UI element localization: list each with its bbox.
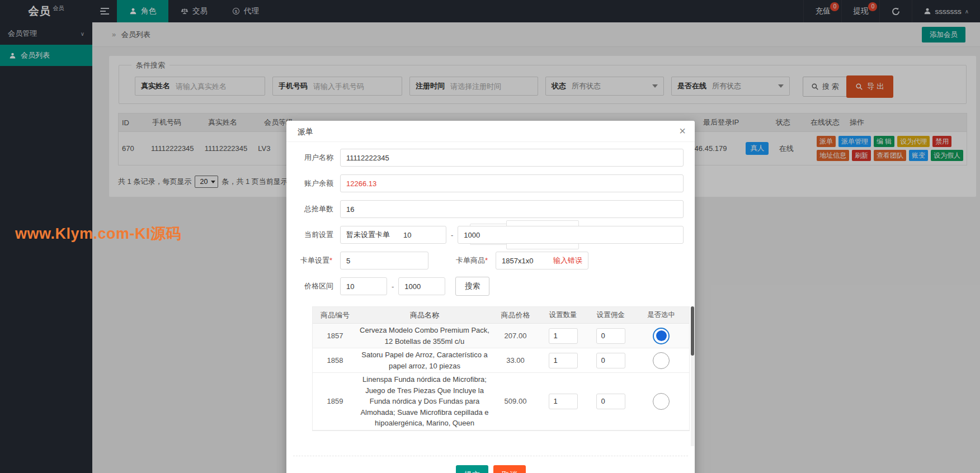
select-radio[interactable] — [653, 352, 670, 369]
close-icon[interactable]: × — [679, 125, 686, 137]
range-dash: - — [451, 231, 453, 239]
username-row: 用户名称 — [286, 149, 684, 167]
submit-button[interactable]: 提交 — [456, 465, 488, 473]
price-range-row: 价格区间 - 搜索 — [286, 277, 489, 295]
price-search-button[interactable]: 搜索 — [455, 277, 489, 296]
col-product-price: 商品价格 — [492, 309, 539, 321]
commission-input[interactable] — [596, 394, 625, 409]
total-orders-row: 总抢单数 — [286, 200, 684, 218]
col-set-commission: 设置佣金 — [587, 309, 634, 321]
qty-input[interactable] — [549, 353, 578, 368]
select-cell — [634, 351, 688, 370]
product-name: Cerveza Modelo Combo Premium Pack, 12 Bo… — [357, 324, 492, 348]
watermark: www.Klym.com-KI源码 — [15, 224, 181, 244]
product-id: 1858 — [313, 355, 357, 366]
modal-title: 派单 — [298, 127, 313, 137]
product-table-header: 商品编号 商品名称 商品价格 设置数量 设置佣金 是否选中 — [313, 307, 689, 324]
product-name: Satoru Papel de Arroz, Característico a … — [357, 348, 492, 372]
product-row: 1858 Satoru Papel de Arroz, Característi… — [313, 348, 689, 373]
username-label: 用户名称 — [286, 153, 340, 163]
product-row: 1859 Linenspa Funda nórdica de Microfibr… — [313, 373, 689, 431]
qty-cell — [539, 327, 587, 345]
card-product-input[interactable]: 1857x1x0 输入错误 — [496, 252, 588, 269]
card-product-label: 卡单商品* — [428, 256, 496, 266]
card-setting-row: 卡单设置* 卡单商品* 1857x1x0 输入错误 — [286, 252, 588, 269]
required-asterisk: * — [485, 256, 488, 264]
balance-row: 账户余额 — [286, 174, 684, 192]
scrollbar-thumb[interactable] — [691, 306, 694, 356]
col-product-id: 商品编号 — [313, 309, 357, 321]
qty-input[interactable] — [549, 394, 578, 409]
commission-input[interactable] — [596, 353, 625, 368]
product-price: 33.00 — [492, 355, 539, 366]
product-id: 1857 — [313, 330, 357, 341]
range-dash: - — [392, 282, 394, 291]
product-table: 商品编号 商品名称 商品价格 设置数量 设置佣金 是否选中 1857 Cerve… — [312, 306, 690, 431]
balance-label: 账户余额 — [286, 178, 340, 188]
price-range-label: 价格区间 — [286, 281, 340, 291]
commission-cell — [587, 327, 634, 345]
qty-cell — [539, 392, 587, 410]
current-setting-text: 暂未设置卡单 — [346, 230, 390, 240]
commission-cell — [587, 352, 634, 370]
product-row: 1857 Cerveza Modelo Combo Premium Pack, … — [313, 324, 689, 348]
card-setting-input[interactable] — [340, 252, 428, 269]
current-setting-row: 当前设置 暂未设置卡单 10 - — [286, 226, 684, 244]
balance-input[interactable] — [340, 174, 684, 192]
cancel-button[interactable]: 取消 — [493, 465, 526, 473]
commission-cell — [587, 392, 634, 410]
card-product-value: 1857x1x0 — [502, 257, 533, 265]
current-max-input[interactable] — [458, 226, 684, 244]
username-input[interactable] — [340, 149, 684, 167]
qty-cell — [539, 352, 587, 370]
dispatch-modal: 派单 × 用户名称 账户余额 总抢单数 当前设置 暂未设置卡单 10 - 卡单设… — [286, 121, 695, 473]
current-setting-box[interactable]: 暂未设置卡单 10 — [340, 226, 446, 244]
select-cell — [634, 327, 688, 346]
product-price: 207.00 — [492, 330, 539, 341]
modal-header: 派单 × — [286, 121, 695, 142]
product-id: 1859 — [313, 396, 357, 406]
total-orders-label: 总抢单数 — [286, 204, 340, 214]
select-radio-checked[interactable] — [653, 328, 670, 344]
current-setting-label: 当前设置 — [286, 230, 340, 240]
product-price: 509.00 — [492, 396, 539, 406]
commission-input[interactable] — [596, 328, 625, 344]
current-min-value: 10 — [403, 231, 411, 239]
select-cell — [634, 392, 688, 411]
card-setting-label: 卡单设置* — [286, 256, 340, 266]
required-asterisk: * — [329, 256, 332, 264]
product-name: Linenspa Funda nórdica de Microfibra; Ju… — [357, 373, 492, 430]
col-product-name: 商品名称 — [357, 309, 492, 322]
total-orders-input[interactable] — [340, 200, 684, 218]
select-radio[interactable] — [653, 393, 670, 410]
input-error-text: 输入错误 — [553, 256, 582, 266]
price-max-input[interactable] — [398, 277, 445, 295]
qty-input[interactable] — [549, 328, 578, 344]
col-selected: 是否选中 — [634, 309, 688, 321]
col-set-qty: 设置数量 — [539, 309, 587, 321]
price-min-input[interactable] — [340, 277, 387, 295]
footer-divider — [293, 456, 688, 456]
